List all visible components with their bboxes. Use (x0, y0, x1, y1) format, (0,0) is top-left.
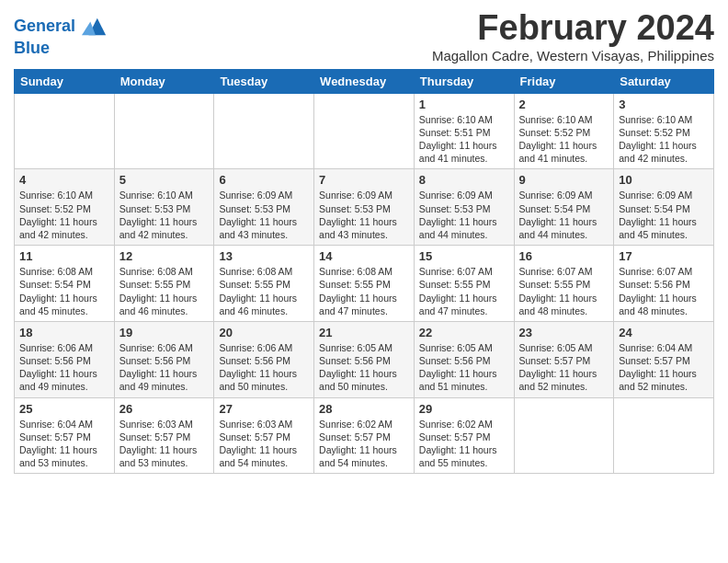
day-detail: Sunrise: 6:07 AMSunset: 5:55 PMDaylight:… (419, 265, 509, 317)
logo: General Blue (14, 14, 108, 58)
day-header-saturday: Saturday (614, 69, 714, 93)
calendar-cell: 6Sunrise: 6:09 AMSunset: 5:53 PMDaylight… (214, 169, 314, 246)
calendar-cell: 13Sunrise: 6:08 AMSunset: 5:55 PMDayligh… (214, 246, 314, 322)
calendar-cell: 19Sunrise: 6:06 AMSunset: 5:56 PMDayligh… (114, 321, 214, 397)
day-number: 8 (419, 173, 509, 187)
day-header-wednesday: Wednesday (314, 69, 415, 93)
day-header-friday: Friday (514, 69, 614, 93)
day-number: 23 (519, 326, 609, 339)
day-detail: Sunrise: 6:10 AMSunset: 5:52 PMDaylight:… (19, 189, 109, 241)
day-number: 17 (619, 249, 709, 263)
day-detail: Sunrise: 6:05 AMSunset: 5:57 PMDaylight:… (519, 341, 609, 394)
day-number: 24 (619, 326, 709, 339)
day-number: 16 (519, 249, 609, 263)
day-number: 1 (419, 98, 509, 111)
calendar-cell: 24Sunrise: 6:04 AMSunset: 5:57 PMDayligh… (614, 321, 714, 397)
day-number: 2 (519, 98, 609, 111)
logo-icon (82, 14, 108, 40)
day-detail: Sunrise: 6:08 AMSunset: 5:54 PMDaylight:… (19, 265, 109, 317)
calendar-cell: 12Sunrise: 6:08 AMSunset: 5:55 PMDayligh… (114, 246, 214, 322)
day-detail: Sunrise: 6:08 AMSunset: 5:55 PMDaylight:… (319, 265, 409, 317)
day-detail: Sunrise: 6:09 AMSunset: 5:53 PMDaylight:… (219, 189, 309, 241)
calendar-cell: 5Sunrise: 6:10 AMSunset: 5:53 PMDaylight… (114, 169, 214, 246)
calendar-table: SundayMondayTuesdayWednesdayThursdayFrid… (14, 69, 714, 474)
calendar-cell: 15Sunrise: 6:07 AMSunset: 5:55 PMDayligh… (414, 246, 514, 322)
calendar-cell: 20Sunrise: 6:06 AMSunset: 5:56 PMDayligh… (214, 321, 314, 397)
day-number: 4 (19, 173, 109, 187)
calendar-cell: 17Sunrise: 6:07 AMSunset: 5:56 PMDayligh… (614, 246, 714, 322)
calendar-cell: 11Sunrise: 6:08 AMSunset: 5:54 PMDayligh… (15, 246, 115, 322)
day-number: 13 (219, 249, 309, 263)
day-header-thursday: Thursday (414, 69, 514, 93)
day-number: 20 (219, 326, 309, 339)
day-number: 14 (319, 249, 409, 263)
day-detail: Sunrise: 6:09 AMSunset: 5:54 PMDaylight:… (619, 189, 709, 241)
calendar-cell: 27Sunrise: 6:03 AMSunset: 5:57 PMDayligh… (214, 397, 314, 474)
day-detail: Sunrise: 6:05 AMSunset: 5:56 PMDaylight:… (419, 341, 509, 394)
day-header-sunday: Sunday (15, 69, 115, 93)
calendar-week-2: 4Sunrise: 6:10 AMSunset: 5:52 PMDaylight… (15, 169, 714, 246)
calendar-week-3: 11Sunrise: 6:08 AMSunset: 5:54 PMDayligh… (15, 246, 714, 322)
calendar-cell: 29Sunrise: 6:02 AMSunset: 5:57 PMDayligh… (414, 397, 514, 474)
calendar-week-4: 18Sunrise: 6:06 AMSunset: 5:56 PMDayligh… (15, 321, 714, 397)
day-number: 9 (519, 173, 609, 187)
day-number: 22 (419, 326, 509, 339)
calendar-cell (214, 93, 314, 169)
calendar-cell (15, 93, 115, 169)
calendar-week-5: 25Sunrise: 6:04 AMSunset: 5:57 PMDayligh… (15, 397, 714, 474)
calendar-week-1: 1Sunrise: 6:10 AMSunset: 5:51 PMDaylight… (15, 93, 714, 169)
day-detail: Sunrise: 6:08 AMSunset: 5:55 PMDaylight:… (219, 265, 309, 317)
calendar-cell: 10Sunrise: 6:09 AMSunset: 5:54 PMDayligh… (614, 169, 714, 246)
title-block: February 2024 Magallon Cadre, Western Vi… (432, 9, 714, 63)
day-number: 7 (319, 173, 409, 187)
day-detail: Sunrise: 6:05 AMSunset: 5:56 PMDaylight:… (319, 341, 409, 394)
calendar-header-row: SundayMondayTuesdayWednesdayThursdayFrid… (15, 69, 714, 93)
calendar-cell (114, 93, 214, 169)
day-detail: Sunrise: 6:04 AMSunset: 5:57 PMDaylight:… (619, 341, 709, 394)
day-detail: Sunrise: 6:04 AMSunset: 5:57 PMDaylight:… (19, 418, 109, 470)
day-detail: Sunrise: 6:07 AMSunset: 5:56 PMDaylight:… (619, 265, 709, 317)
calendar-cell: 16Sunrise: 6:07 AMSunset: 5:55 PMDayligh… (514, 246, 614, 322)
day-number: 27 (219, 402, 309, 416)
calendar-cell: 28Sunrise: 6:02 AMSunset: 5:57 PMDayligh… (314, 397, 415, 474)
calendar-cell: 23Sunrise: 6:05 AMSunset: 5:57 PMDayligh… (514, 321, 614, 397)
day-number: 29 (419, 402, 509, 416)
day-header-monday: Monday (114, 69, 214, 93)
day-detail: Sunrise: 6:06 AMSunset: 5:56 PMDaylight:… (119, 341, 210, 394)
calendar-cell (514, 397, 614, 474)
day-number: 21 (319, 326, 409, 339)
calendar-cell: 2Sunrise: 6:10 AMSunset: 5:52 PMDaylight… (514, 93, 614, 169)
calendar-cell (314, 93, 415, 169)
day-detail: Sunrise: 6:08 AMSunset: 5:55 PMDaylight:… (119, 265, 210, 317)
day-detail: Sunrise: 6:10 AMSunset: 5:52 PMDaylight:… (519, 113, 609, 166)
day-detail: Sunrise: 6:06 AMSunset: 5:56 PMDaylight:… (19, 341, 109, 394)
day-number: 12 (119, 249, 210, 263)
day-number: 28 (319, 402, 409, 416)
day-detail: Sunrise: 6:07 AMSunset: 5:55 PMDaylight:… (519, 265, 609, 317)
day-header-tuesday: Tuesday (214, 69, 314, 93)
day-detail: Sunrise: 6:09 AMSunset: 5:54 PMDaylight:… (519, 189, 609, 241)
day-detail: Sunrise: 6:03 AMSunset: 5:57 PMDaylight:… (119, 418, 210, 470)
calendar-cell: 1Sunrise: 6:10 AMSunset: 5:51 PMDaylight… (414, 93, 514, 169)
day-number: 25 (19, 402, 109, 416)
day-number: 26 (119, 402, 210, 416)
page-header: General Blue February 2024 Magallon Cadr… (14, 9, 714, 63)
day-detail: Sunrise: 6:10 AMSunset: 5:51 PMDaylight:… (419, 113, 509, 166)
day-number: 15 (419, 249, 509, 263)
day-detail: Sunrise: 6:02 AMSunset: 5:57 PMDaylight:… (419, 418, 509, 470)
calendar-cell (614, 397, 714, 474)
day-number: 10 (619, 173, 709, 187)
day-detail: Sunrise: 6:09 AMSunset: 5:53 PMDaylight:… (319, 189, 409, 241)
calendar-cell: 3Sunrise: 6:10 AMSunset: 5:52 PMDaylight… (614, 93, 714, 169)
calendar-cell: 14Sunrise: 6:08 AMSunset: 5:55 PMDayligh… (314, 246, 415, 322)
day-number: 19 (119, 326, 210, 339)
day-detail: Sunrise: 6:10 AMSunset: 5:52 PMDaylight:… (619, 113, 709, 166)
calendar-cell: 25Sunrise: 6:04 AMSunset: 5:57 PMDayligh… (15, 397, 115, 474)
calendar-cell: 4Sunrise: 6:10 AMSunset: 5:52 PMDaylight… (15, 169, 115, 246)
day-detail: Sunrise: 6:09 AMSunset: 5:53 PMDaylight:… (419, 189, 509, 241)
calendar-cell: 8Sunrise: 6:09 AMSunset: 5:53 PMDaylight… (414, 169, 514, 246)
day-detail: Sunrise: 6:02 AMSunset: 5:57 PMDaylight:… (319, 418, 409, 470)
day-number: 6 (219, 173, 309, 187)
logo-text: General (14, 14, 108, 40)
day-number: 3 (619, 98, 709, 111)
